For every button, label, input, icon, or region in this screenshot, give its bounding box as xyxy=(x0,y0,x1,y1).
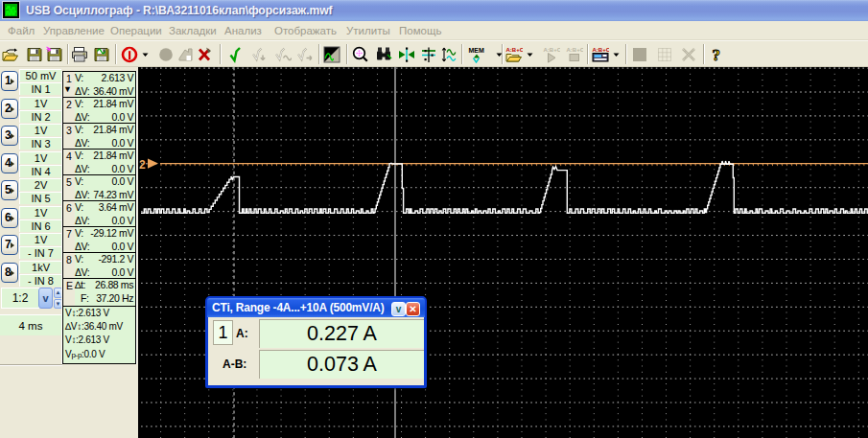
svg-text:2: 2 xyxy=(139,158,146,172)
svg-text:?: ? xyxy=(713,46,721,63)
svg-text:MEM: MEM xyxy=(469,47,485,54)
svg-text:A:B+C: A:B+C xyxy=(567,47,584,53)
svg-text:A:B+C: A:B+C xyxy=(593,47,610,53)
svg-text:A:B+C: A:B+C xyxy=(506,47,524,53)
svg-text:A:B+C: A:B+C xyxy=(544,47,561,53)
